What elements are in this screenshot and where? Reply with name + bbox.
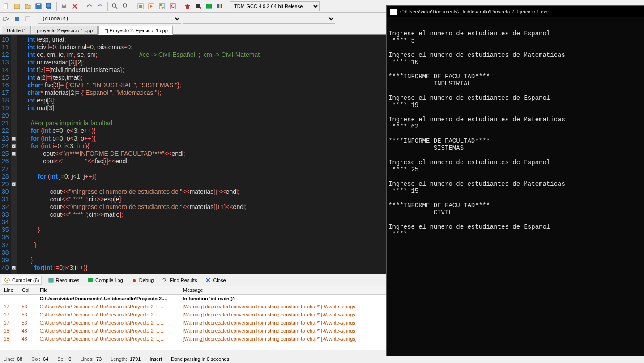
close-x-icon bbox=[205, 277, 211, 283]
search-icon bbox=[162, 277, 168, 283]
col-header-line[interactable]: Line bbox=[0, 286, 18, 295]
console-exe-icon bbox=[390, 9, 397, 15]
svg-marker-11 bbox=[87, 5, 88, 8]
console-output: Ingrese el numero de estudiantes de Espa… bbox=[387, 17, 644, 238]
svg-point-13 bbox=[112, 4, 116, 7]
globals-select[interactable]: (globals) bbox=[38, 14, 181, 24]
svg-rect-22 bbox=[160, 4, 162, 6]
save-all-icon[interactable] bbox=[45, 2, 54, 11]
console-window[interactable]: C:\Users\vidar\Documents\.Uni\desarollo\… bbox=[386, 5, 644, 356]
svg-marker-2 bbox=[25, 4, 30, 9]
svg-rect-36 bbox=[15, 17, 19, 21]
replace-icon[interactable] bbox=[121, 2, 130, 11]
svg-line-44 bbox=[165, 281, 166, 282]
fold-gutter: ----- bbox=[11, 35, 17, 274]
debug-icon[interactable] bbox=[183, 2, 192, 11]
svg-rect-0 bbox=[4, 4, 8, 9]
svg-rect-8 bbox=[63, 4, 65, 6]
svg-line-14 bbox=[115, 7, 117, 9]
fold-toggle[interactable]: - bbox=[12, 144, 16, 148]
tab-find-results[interactable]: Find Results bbox=[160, 276, 199, 284]
fold-toggle[interactable]: - bbox=[12, 266, 16, 270]
svg-rect-24 bbox=[170, 4, 175, 9]
console-title-text: C:\Users\vidar\Documents\.Uni\desarollo\… bbox=[400, 9, 549, 14]
console-title-bar[interactable]: C:\Users\vidar\Documents\.Uni\desarollo\… bbox=[387, 6, 644, 17]
tab-compile-log[interactable]: Compile Log bbox=[85, 276, 125, 284]
fold-toggle[interactable]: - bbox=[12, 137, 16, 141]
undo-icon[interactable] bbox=[85, 2, 94, 11]
resources-icon bbox=[48, 277, 54, 283]
new-project-icon[interactable] bbox=[13, 2, 21, 11]
svg-point-15 bbox=[123, 4, 127, 7]
svg-marker-16 bbox=[123, 8, 124, 9]
debug-bug-icon bbox=[131, 277, 137, 283]
svg-marker-20 bbox=[150, 5, 153, 8]
stop-debug-icon[interactable] bbox=[194, 2, 203, 11]
compile-icon[interactable] bbox=[136, 2, 145, 11]
redo-icon[interactable] bbox=[96, 2, 105, 11]
gear-icon bbox=[4, 277, 10, 283]
svg-rect-33 bbox=[219, 4, 221, 8]
clean-icon[interactable] bbox=[215, 2, 224, 11]
svg-rect-6 bbox=[46, 3, 51, 8]
svg-rect-40 bbox=[49, 278, 53, 282]
tab-proyecto2-ej1[interactable]: proyecto 2 ejercicio 1.cpp bbox=[32, 26, 98, 34]
svg-marker-12 bbox=[102, 5, 102, 8]
fold-toggle[interactable]: - bbox=[12, 152, 16, 156]
svg-rect-29 bbox=[196, 4, 200, 8]
new-file-icon[interactable] bbox=[2, 2, 11, 11]
svg-rect-31 bbox=[206, 4, 212, 8]
svg-rect-32 bbox=[217, 4, 219, 8]
close-icon[interactable] bbox=[70, 2, 79, 11]
status-bar: Line: 68 Col: 64 Sel: 0 Lines: 73 Length… bbox=[0, 354, 386, 363]
svg-marker-23 bbox=[162, 7, 164, 9]
tab-resources[interactable]: Resources bbox=[46, 276, 81, 284]
col-header-col[interactable]: Col bbox=[18, 286, 36, 295]
svg-marker-35 bbox=[4, 17, 9, 21]
line-number-gutter: 1011121314151617181920212223242526272829… bbox=[0, 35, 11, 274]
fold-toggle[interactable]: - bbox=[12, 182, 16, 186]
svg-rect-37 bbox=[26, 17, 30, 21]
run-icon[interactable] bbox=[147, 2, 156, 11]
log-icon bbox=[87, 277, 94, 283]
tab-proyecto2-ejercicio1-active[interactable]: [*] Proyecto 2. Ejercicio 1.cpp bbox=[98, 26, 173, 35]
svg-rect-34 bbox=[221, 4, 222, 8]
svg-rect-1 bbox=[14, 4, 20, 9]
rebuild-icon[interactable] bbox=[168, 2, 177, 11]
compile-run-icon[interactable] bbox=[158, 2, 166, 11]
svg-rect-4 bbox=[37, 4, 40, 5]
svg-point-25 bbox=[171, 5, 174, 8]
save-icon[interactable] bbox=[34, 2, 43, 11]
svg-rect-18 bbox=[139, 5, 142, 8]
function-select[interactable] bbox=[183, 14, 335, 24]
svg-point-39 bbox=[7, 279, 8, 281]
profile-icon[interactable] bbox=[205, 2, 213, 11]
svg-rect-41 bbox=[88, 278, 93, 282]
svg-point-26 bbox=[186, 4, 189, 9]
goto-icon[interactable] bbox=[23, 14, 32, 23]
run-arrow-icon[interactable] bbox=[2, 14, 11, 23]
svg-point-42 bbox=[133, 279, 136, 282]
tab-compiler[interactable]: Compiler (6) bbox=[2, 276, 42, 285]
col-header-file[interactable]: File bbox=[36, 286, 179, 295]
new-class-icon[interactable] bbox=[13, 14, 21, 23]
find-icon[interactable] bbox=[111, 2, 119, 11]
open-file-icon[interactable] bbox=[23, 2, 32, 11]
compiler-select[interactable]: TDM-GCC 4.9.2 64-bit Release bbox=[230, 1, 320, 11]
tab-close[interactable]: Close bbox=[203, 276, 227, 284]
print-icon[interactable] bbox=[60, 2, 68, 11]
tab-debug[interactable]: Debug bbox=[129, 276, 155, 284]
tab-untitled[interactable]: Untitled1 bbox=[2, 26, 31, 34]
